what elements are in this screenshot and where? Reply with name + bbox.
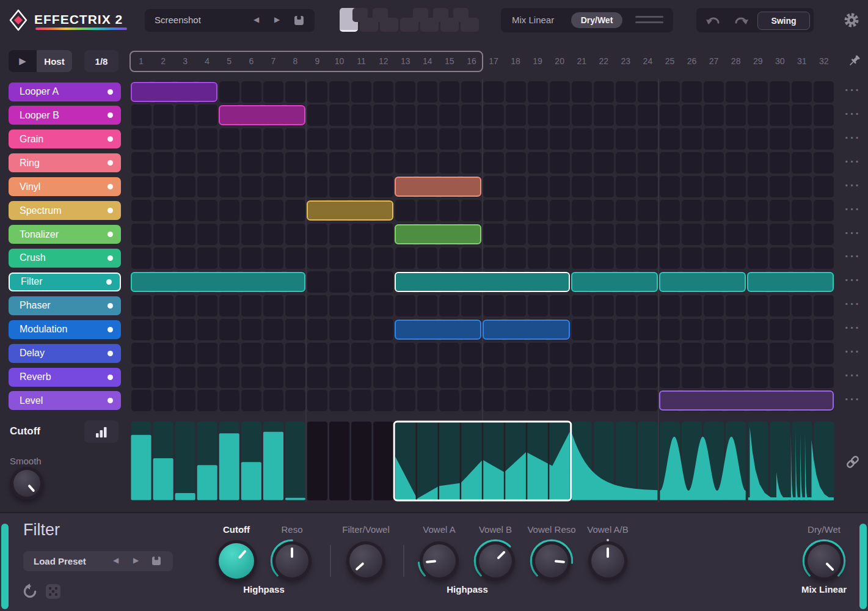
row-menu-dots[interactable]: ··· <box>842 202 863 216</box>
grid-cell[interactable] <box>638 367 658 388</box>
track-enable-dot[interactable] <box>108 208 113 213</box>
grid-cell[interactable] <box>483 390 503 411</box>
grid-cell[interactable] <box>263 343 283 364</box>
grid-cell[interactable] <box>814 104 834 126</box>
grid-cell[interactable] <box>439 81 459 103</box>
grid-cell[interactable] <box>528 152 548 174</box>
track-enable-dot[interactable] <box>108 375 113 380</box>
grid-cell[interactable] <box>351 224 371 245</box>
grid-cell[interactable] <box>550 390 570 411</box>
effect-preset-prev-icon[interactable]: ◀ <box>113 556 119 565</box>
grid-cell[interactable] <box>506 390 526 411</box>
grid-cell[interactable] <box>594 104 614 126</box>
timeline-step-22[interactable]: 22 <box>593 51 615 72</box>
grid-cell[interactable] <box>219 390 239 411</box>
grid-cell[interactable] <box>329 390 349 411</box>
grid-cell[interactable] <box>506 152 526 174</box>
grid-cell[interactable] <box>439 128 459 150</box>
timeline-step-19[interactable]: 19 <box>527 51 549 72</box>
grid-cell[interactable] <box>395 367 415 388</box>
timeline-step-1[interactable]: 1 <box>130 51 152 72</box>
grid-cell[interactable] <box>175 319 195 340</box>
grid-cell[interactable] <box>506 367 526 388</box>
grid-cell[interactable] <box>528 200 548 221</box>
timeline-step-31[interactable]: 31 <box>791 51 813 72</box>
grid-cell[interactable] <box>726 104 746 126</box>
grid-cell[interactable] <box>461 367 481 388</box>
grid-cell[interactable] <box>682 367 702 388</box>
track-label-grain[interactable]: Grain <box>9 130 121 148</box>
grid-cell[interactable] <box>131 295 151 316</box>
grid-cell[interactable] <box>439 367 459 388</box>
grid-cell[interactable] <box>528 81 548 103</box>
grid-cell[interactable] <box>395 104 415 126</box>
grid-cell[interactable] <box>792 200 812 221</box>
grid-cell[interactable] <box>417 200 437 221</box>
row-menu-dots[interactable]: ··· <box>842 107 863 121</box>
grid-cell[interactable] <box>682 295 702 316</box>
grid-cell[interactable] <box>682 104 702 126</box>
grid-cell[interactable] <box>660 319 680 340</box>
grid-cell[interactable] <box>285 176 305 197</box>
grid-cell[interactable] <box>197 390 217 411</box>
filter-vowel-knob[interactable] <box>343 538 388 584</box>
grid-cell[interactable] <box>704 128 724 150</box>
grid-cell[interactable] <box>616 200 636 221</box>
timeline-step-18[interactable]: 18 <box>505 51 527 72</box>
grid-cell[interactable] <box>814 319 834 340</box>
grid-cell[interactable] <box>395 128 415 150</box>
grid-cell[interactable] <box>395 152 415 174</box>
row-menu-dots[interactable]: ··· <box>842 83 863 97</box>
fx-block-filter[interactable] <box>131 272 305 292</box>
timeline-step-3[interactable]: 3 <box>174 51 196 72</box>
grid-cell[interactable] <box>417 247 437 269</box>
grid-cell[interactable] <box>616 152 636 174</box>
grid-cell[interactable] <box>483 200 503 221</box>
grid-cell[interactable] <box>483 81 503 103</box>
grid-cell[interactable] <box>770 176 790 197</box>
grid-cell[interactable] <box>329 247 349 269</box>
grid-cell[interactable] <box>307 104 327 126</box>
grid-cell[interactable] <box>395 200 415 221</box>
track-enable-dot[interactable] <box>108 184 113 189</box>
grid-cell[interactable] <box>572 343 592 364</box>
grid-cell[interactable] <box>748 104 768 126</box>
grid-cell[interactable] <box>682 128 702 150</box>
grid-cell[interactable] <box>131 247 151 269</box>
grid-cell[interactable] <box>483 247 503 269</box>
grid-cell[interactable] <box>307 247 327 269</box>
fx-block-looper-b[interactable] <box>219 105 305 125</box>
grid-cell[interactable] <box>175 390 195 411</box>
grid-cell[interactable] <box>594 367 614 388</box>
grid-cell[interactable] <box>572 128 592 150</box>
grid-cell[interactable] <box>263 390 283 411</box>
grid-cell[interactable] <box>616 247 636 269</box>
grid-cell[interactable] <box>197 104 217 126</box>
grid-cell[interactable] <box>594 247 614 269</box>
grid-cell[interactable] <box>483 224 503 245</box>
grid-cell[interactable] <box>616 176 636 197</box>
effect-preset-save-icon[interactable] <box>151 556 161 566</box>
grid-cell[interactable] <box>285 367 305 388</box>
grid-cell[interactable] <box>770 200 790 221</box>
timeline-step-11[interactable]: 11 <box>351 51 373 72</box>
grid-cell[interactable] <box>131 224 151 245</box>
grid-cell[interactable] <box>638 319 658 340</box>
grid-cell[interactable] <box>351 271 371 293</box>
grid-cell[interactable] <box>417 390 437 411</box>
timeline-step-7[interactable]: 7 <box>262 51 284 72</box>
grid-cell[interactable] <box>594 390 614 411</box>
timeline-step-32[interactable]: 32 <box>813 51 835 72</box>
timeline-step-4[interactable]: 4 <box>196 51 218 72</box>
grid-cell[interactable] <box>241 176 261 197</box>
grid-cell[interactable] <box>351 81 371 103</box>
grid-cell[interactable] <box>373 247 393 269</box>
grid-cell[interactable] <box>814 128 834 150</box>
grid-cell[interactable] <box>483 128 503 150</box>
cutoff-knob[interactable] <box>213 537 260 585</box>
fx-block-filter[interactable] <box>395 272 569 292</box>
gear-icon[interactable] <box>843 12 860 29</box>
grid-cell[interactable] <box>814 367 834 388</box>
track-label-crush[interactable]: Crush <box>9 249 121 268</box>
grid-cell[interactable] <box>241 200 261 221</box>
